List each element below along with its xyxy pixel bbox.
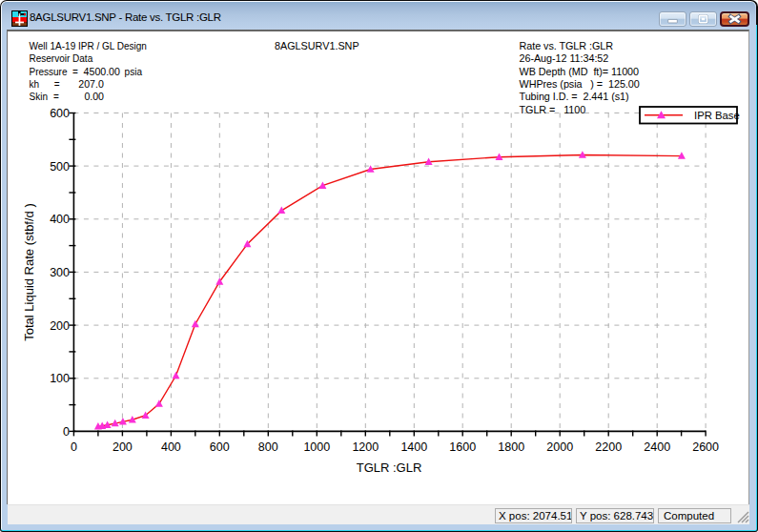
svg-text:IPR Base: IPR Base — [694, 110, 740, 121]
svg-text:1000: 1000 — [303, 440, 330, 454]
svg-text:0: 0 — [71, 440, 77, 454]
svg-text:500: 500 — [50, 160, 70, 174]
svg-text:Total Liquid Rate (stbf/d ): Total Liquid Rate (stbf/d ) — [22, 203, 36, 341]
svg-text:2600: 2600 — [692, 440, 719, 454]
svg-text:1400: 1400 — [400, 440, 427, 454]
svg-text:600: 600 — [210, 440, 230, 454]
svg-text:100: 100 — [50, 372, 70, 385]
svg-text:2000: 2000 — [546, 440, 573, 454]
svg-text:2200: 2200 — [595, 440, 622, 454]
svg-text:2400: 2400 — [644, 440, 670, 454]
svg-text:200: 200 — [113, 440, 133, 454]
svg-text:800: 800 — [258, 440, 278, 454]
svg-text:1800: 1800 — [498, 440, 524, 454]
svg-text:200: 200 — [50, 319, 70, 333]
svg-text:300: 300 — [50, 266, 70, 279]
svg-text:400: 400 — [50, 213, 70, 226]
svg-text:1200: 1200 — [352, 440, 379, 454]
svg-text:0: 0 — [63, 425, 70, 439]
svg-text:TGLR :GLR: TGLR :GLR — [357, 460, 422, 475]
svg-text:1600: 1600 — [449, 440, 476, 454]
svg-text:600: 600 — [50, 107, 70, 120]
svg-text:400: 400 — [161, 440, 181, 454]
